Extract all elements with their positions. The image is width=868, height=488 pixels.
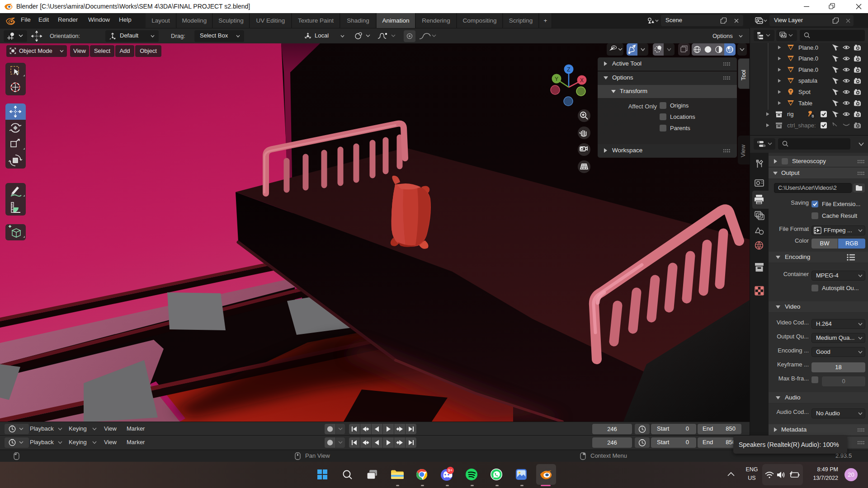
svg-text:spatula: spatula — [798, 77, 818, 84]
svg-text:ctrl_shape:: ctrl_shape: — [787, 122, 816, 129]
svg-text:X: X — [580, 77, 584, 84]
svg-text:Plane.0: Plane.0 — [798, 66, 818, 73]
svg-text:Y: Y — [555, 76, 558, 82]
svg-text:Z: Z — [567, 66, 570, 73]
svg-text:9+: 9+ — [448, 468, 453, 473]
svg-text:Spot: Spot — [798, 89, 811, 95]
svg-text:Plane.0: Plane.0 — [798, 44, 818, 51]
svg-text:Table: Table — [798, 100, 812, 107]
svg-text:rig: rig — [787, 111, 793, 117]
svg-text:Plane.0: Plane.0 — [798, 55, 818, 62]
svg-text:8: 8 — [811, 113, 814, 118]
